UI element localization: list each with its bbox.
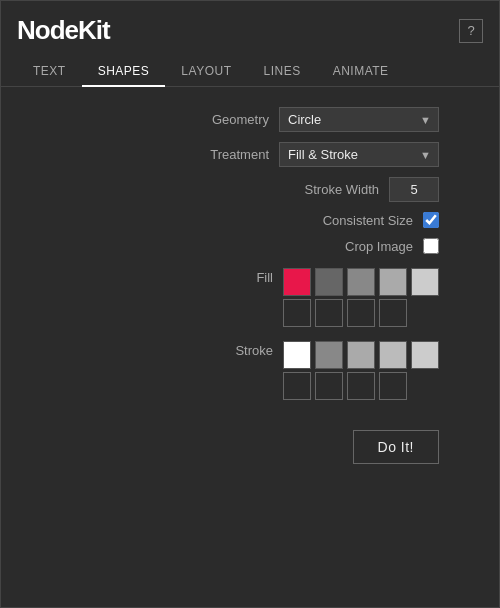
fill-color-1[interactable] (283, 268, 311, 296)
stroke-color-5[interactable] (411, 341, 439, 369)
stroke-color-3[interactable] (347, 341, 375, 369)
stroke-color-8[interactable] (347, 372, 375, 400)
treatment-label: Treatment (189, 147, 269, 162)
do-it-row: Do It! (21, 430, 479, 464)
stroke-color-6[interactable] (283, 372, 311, 400)
fill-color-row1 (283, 268, 439, 296)
fill-color-3[interactable] (347, 268, 375, 296)
geometry-select-wrapper: Circle Rectangle Triangle Ellipse ▼ (279, 107, 439, 132)
fill-section: Fill (21, 268, 479, 327)
fill-color-6[interactable] (283, 299, 311, 327)
stroke-color-7[interactable] (315, 372, 343, 400)
crop-image-checkbox[interactable] (423, 238, 439, 254)
stroke-width-row: Stroke Width (21, 177, 479, 202)
geometry-select[interactable]: Circle Rectangle Triangle Ellipse (279, 107, 439, 132)
stroke-section: Stroke (21, 341, 479, 400)
nav-item-layout[interactable]: LAYOUT (165, 56, 247, 86)
fill-color-2[interactable] (315, 268, 343, 296)
stroke-width-label: Stroke Width (299, 182, 379, 197)
nav-item-shapes[interactable]: SHAPES (82, 56, 166, 86)
stroke-color-1[interactable] (283, 341, 311, 369)
fill-color-5[interactable] (411, 268, 439, 296)
stroke-color-9[interactable] (379, 372, 407, 400)
stroke-color-row2 (283, 372, 439, 400)
geometry-label: Geometry (189, 112, 269, 127)
fill-color-grid (283, 268, 439, 327)
fill-color-9[interactable] (379, 299, 407, 327)
fill-color-7[interactable] (315, 299, 343, 327)
treatment-row: Treatment Fill & Stroke Fill Only Stroke… (21, 142, 479, 167)
stroke-color-grid (283, 341, 439, 400)
fill-color-row2 (283, 299, 439, 327)
title-bar: NodeKit ? (1, 1, 499, 56)
stroke-row: Stroke (21, 341, 479, 400)
geometry-row: Geometry Circle Rectangle Triangle Ellip… (21, 107, 479, 132)
stroke-color-4[interactable] (379, 341, 407, 369)
nav-bar: TEXT SHAPES LAYOUT LINES ANIMATE (1, 56, 499, 87)
crop-image-checkbox-wrapper (423, 238, 439, 254)
consistent-size-row: Consistent Size (21, 212, 479, 228)
nav-item-lines[interactable]: LINES (247, 56, 316, 86)
consistent-size-checkbox-wrapper (423, 212, 439, 228)
consistent-size-checkbox[interactable] (423, 212, 439, 228)
fill-color-4[interactable] (379, 268, 407, 296)
stroke-label: Stroke (223, 341, 273, 358)
fill-label: Fill (223, 268, 273, 285)
content-area: Geometry Circle Rectangle Triangle Ellip… (1, 87, 499, 607)
stroke-color-2[interactable] (315, 341, 343, 369)
crop-image-label: Crop Image (333, 239, 413, 254)
nav-item-animate[interactable]: ANIMATE (317, 56, 405, 86)
stroke-color-row1 (283, 341, 439, 369)
nav-item-text[interactable]: TEXT (17, 56, 82, 86)
fill-color-8[interactable] (347, 299, 375, 327)
do-it-button[interactable]: Do It! (353, 430, 439, 464)
app-logo: NodeKit (17, 15, 110, 46)
help-button[interactable]: ? (459, 19, 483, 43)
crop-image-row: Crop Image (21, 238, 479, 254)
main-window: NodeKit ? TEXT SHAPES LAYOUT LINES ANIMA… (0, 0, 500, 608)
stroke-width-input[interactable] (389, 177, 439, 202)
treatment-select[interactable]: Fill & Stroke Fill Only Stroke Only (279, 142, 439, 167)
fill-row: Fill (21, 268, 479, 327)
treatment-select-wrapper: Fill & Stroke Fill Only Stroke Only ▼ (279, 142, 439, 167)
consistent-size-label: Consistent Size (323, 213, 413, 228)
